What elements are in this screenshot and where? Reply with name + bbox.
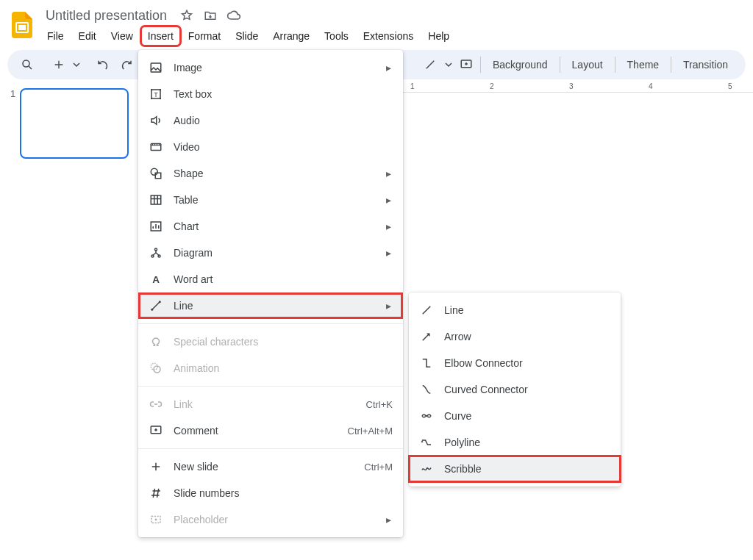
- svg-point-19: [151, 255, 154, 257]
- insert-link-shortcut: Ctrl+K: [366, 399, 393, 410]
- star-icon[interactable]: [179, 7, 195, 24]
- new-slide-dropdown[interactable]: [71, 53, 82, 76]
- slide-thumbnail-1[interactable]: 1: [10, 88, 132, 159]
- ruler-tick: 3: [569, 82, 574, 90]
- app-header: Untitled presentation File Edit View Ins…: [0, 0, 753, 47]
- slide-thumb-image[interactable]: [20, 88, 129, 159]
- insert-chart-label: Chart: [174, 220, 374, 232]
- line-elbow-connector[interactable]: Elbow Connector: [409, 350, 621, 376]
- add-comment-button[interactable]: [455, 53, 477, 76]
- new-slide-button[interactable]: [48, 53, 70, 76]
- redo-button[interactable]: [115, 53, 138, 76]
- insert-image[interactable]: Image ▸: [138, 54, 403, 81]
- cloud-saved-icon[interactable]: [226, 7, 242, 24]
- insert-chart[interactable]: Chart ▸: [138, 213, 403, 240]
- svg-text:T: T: [154, 91, 158, 98]
- line-line-label: Line: [444, 304, 610, 316]
- line-arrow[interactable]: Arrow: [409, 323, 621, 350]
- placeholder-icon: [149, 512, 163, 527]
- chevron-right-icon: ▸: [384, 300, 393, 312]
- svg-rect-1: [18, 25, 26, 30]
- insert-shape-label: Shape: [174, 168, 374, 179]
- menu-separator: [138, 386, 403, 387]
- background-button[interactable]: Background: [484, 53, 557, 76]
- insert-special-characters-label: Special characters: [174, 336, 393, 348]
- insert-new-slide[interactable]: New slide Ctrl+M: [138, 453, 403, 480]
- menu-file[interactable]: File: [41, 27, 70, 45]
- menu-format[interactable]: Format: [182, 27, 226, 45]
- insert-table[interactable]: Table ▸: [138, 187, 403, 213]
- search-menus-button[interactable]: [16, 53, 38, 76]
- comment-icon: [149, 423, 163, 438]
- ruler-tick: 2: [490, 82, 494, 90]
- menu-view[interactable]: View: [105, 27, 139, 45]
- menu-extensions[interactable]: Extensions: [357, 27, 419, 45]
- chevron-right-icon: ▸: [384, 168, 393, 179]
- insert-video-label: Video: [174, 141, 393, 153]
- line-polyline-label: Polyline: [444, 437, 610, 448]
- chevron-right-icon: ▸: [384, 62, 393, 73]
- line-curved-connector[interactable]: Curved Connector: [409, 376, 621, 403]
- line-elbow-label: Elbow Connector: [444, 357, 610, 369]
- line-line[interactable]: Line: [409, 297, 621, 323]
- insert-text-box[interactable]: T Text box: [138, 81, 403, 107]
- line-scribble[interactable]: Scribble: [409, 456, 621, 482]
- chevron-right-icon: ▸: [384, 220, 393, 232]
- ruler-tick: 1: [410, 82, 415, 90]
- diagram-icon: [149, 245, 163, 260]
- svg-point-14: [151, 168, 157, 175]
- undo-button[interactable]: [92, 53, 114, 76]
- insert-animation: Animation: [138, 355, 403, 381]
- svg-text:A: A: [152, 274, 160, 285]
- insert-word-art[interactable]: A Word art: [138, 266, 403, 292]
- insert-table-label: Table: [174, 194, 374, 206]
- theme-button[interactable]: Theme: [618, 53, 668, 76]
- ruler-tick: 5: [728, 82, 732, 90]
- shape-icon: [149, 166, 163, 181]
- line-polyline[interactable]: Polyline: [409, 429, 621, 456]
- menu-edit[interactable]: Edit: [73, 27, 102, 45]
- line-tool-button[interactable]: [420, 53, 442, 76]
- menu-help[interactable]: Help: [422, 27, 455, 45]
- insert-slide-numbers-label: Slide numbers: [174, 487, 393, 499]
- link-icon: [149, 397, 163, 412]
- move-to-folder-icon[interactable]: [202, 7, 218, 24]
- hash-icon: [149, 486, 163, 500]
- menu-separator: [138, 448, 403, 449]
- insert-shape[interactable]: Shape ▸: [138, 160, 403, 187]
- svg-rect-15: [155, 173, 161, 179]
- svg-point-24: [159, 301, 161, 303]
- menu-insert[interactable]: Insert: [142, 27, 179, 45]
- insert-diagram[interactable]: Diagram ▸: [138, 240, 403, 266]
- insert-video[interactable]: Video: [138, 134, 403, 160]
- svg-point-10: [160, 89, 161, 90]
- layout-button[interactable]: Layout: [563, 53, 612, 76]
- video-icon: [149, 140, 163, 154]
- slides-logo[interactable]: [7, 10, 37, 40]
- elbow-connector-icon: [419, 356, 434, 370]
- line-curved-label: Curved Connector: [444, 384, 610, 395]
- insert-special-characters: Special characters: [138, 329, 403, 355]
- menu-tools[interactable]: Tools: [318, 27, 354, 45]
- transition-button[interactable]: Transition: [674, 53, 737, 76]
- insert-word-art-label: Word art: [174, 273, 393, 285]
- svg-point-23: [151, 309, 153, 311]
- menu-separator: [138, 323, 403, 324]
- svg-point-12: [160, 98, 161, 99]
- menu-slide[interactable]: Slide: [229, 27, 264, 45]
- insert-audio[interactable]: Audio: [138, 107, 403, 134]
- document-title[interactable]: Untitled presentation: [41, 7, 171, 25]
- insert-new-slide-label: New slide: [174, 461, 354, 473]
- animation-icon: [149, 361, 163, 376]
- line-curve[interactable]: Curve: [409, 403, 621, 429]
- insert-comment[interactable]: Comment Ctrl+Alt+M: [138, 417, 403, 444]
- ruler-tick: 4: [649, 82, 653, 90]
- line-tool-dropdown[interactable]: [443, 53, 454, 76]
- menu-arrange[interactable]: Arrange: [267, 27, 315, 45]
- insert-line[interactable]: Line ▸: [138, 292, 403, 319]
- line-submenu: Line Arrow Elbow Connector Curved Connec…: [409, 292, 621, 487]
- insert-slide-numbers[interactable]: Slide numbers: [138, 480, 403, 506]
- curved-connector-icon: [419, 382, 434, 397]
- svg-rect-16: [151, 195, 161, 204]
- line-icon: [419, 303, 434, 317]
